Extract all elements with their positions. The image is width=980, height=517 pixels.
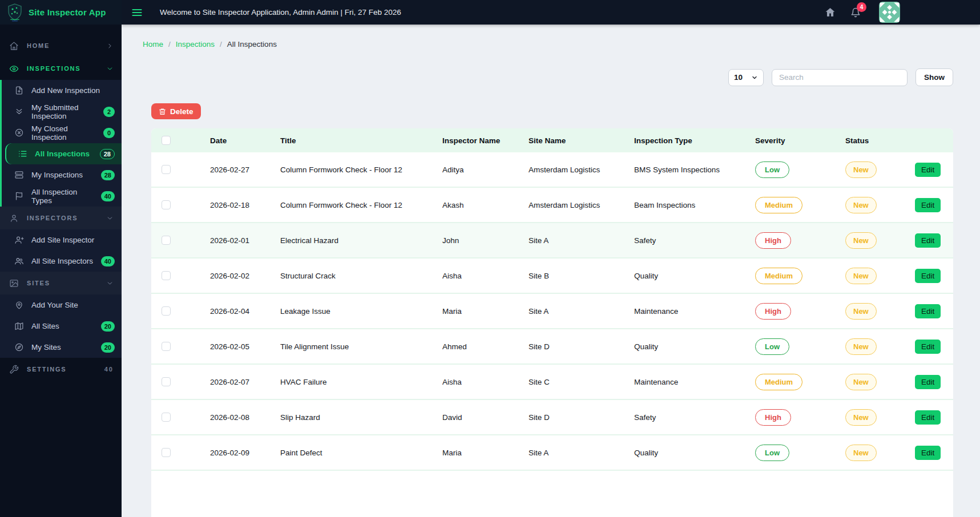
sidebar-group: Add New InspectionMy Submitted Inspectio… xyxy=(0,80,122,207)
cell-date: 2026-02-01 xyxy=(210,236,280,245)
cell-inspector-name: Akash xyxy=(442,201,529,209)
file-plus-icon xyxy=(14,86,24,95)
column-header-inspector: Inspector Name xyxy=(442,136,529,145)
status-badge: New xyxy=(845,409,877,426)
chevron-down-icon xyxy=(106,280,114,287)
sidebar-section-count: 40 xyxy=(104,366,114,373)
bell-icon[interactable]: 4 xyxy=(850,7,861,18)
row-checkbox[interactable] xyxy=(162,271,171,280)
cell-date: 2026-02-09 xyxy=(210,449,280,457)
edit-button[interactable]: Edit xyxy=(915,446,941,460)
status-badge: New xyxy=(845,445,877,461)
sidebar-section-label: SETTINGS xyxy=(27,366,96,373)
severity-badge: Low xyxy=(755,338,789,355)
edit-button[interactable]: Edit xyxy=(915,163,941,177)
flag-icon xyxy=(14,191,24,201)
breadcrumb-inspections[interactable]: Inspections xyxy=(176,40,215,49)
sidebar-item-all-inspections[interactable]: All Inspections28 xyxy=(5,143,122,164)
edit-button[interactable]: Edit xyxy=(915,198,941,212)
sidebar-section-sites[interactable]: SITES xyxy=(0,272,122,294)
edit-button[interactable]: Edit xyxy=(915,340,941,354)
sidebar-item-badge: 40 xyxy=(101,191,115,201)
sidebar-item-label: My Closed Inspection xyxy=(31,124,96,142)
sidebar-item-label: My Inspections xyxy=(31,171,94,179)
table-controls: 10 Show xyxy=(728,68,953,86)
status-badge: New xyxy=(845,268,877,284)
row-checkbox[interactable] xyxy=(162,448,171,457)
status-badge: New xyxy=(845,161,877,178)
chevron-down-icon xyxy=(106,215,114,222)
row-checkbox[interactable] xyxy=(162,377,171,386)
wrench-icon xyxy=(9,365,19,374)
cell-title: Leakage Issue xyxy=(280,307,442,316)
severity-badge: Medium xyxy=(755,374,802,390)
edit-button[interactable]: Edit xyxy=(915,304,941,318)
show-button[interactable]: Show xyxy=(916,68,953,86)
row-checkbox[interactable] xyxy=(162,165,171,174)
cell-site-name: Site A xyxy=(529,307,634,316)
row-checkbox[interactable] xyxy=(162,200,171,209)
sidebar-item-badge: 28 xyxy=(101,170,115,180)
sidebar-item-add-new-inspection[interactable]: Add New Inspection xyxy=(2,80,122,101)
map-icon xyxy=(14,321,24,331)
table-row: 2026-02-04Leakage IssueMariaSite AMainte… xyxy=(151,294,953,329)
users-icon xyxy=(14,256,24,266)
row-checkbox[interactable] xyxy=(162,236,171,245)
cell-inspection-type: Quality xyxy=(634,342,755,351)
sidebar-item-my-sites[interactable]: My Sites20 xyxy=(0,337,122,358)
page-size-value: 10 xyxy=(734,73,743,82)
sidebar-item-my-closed-inspection[interactable]: My Closed Inspection0 xyxy=(2,122,122,143)
sidebar-section-label: INSPECTORS xyxy=(27,215,98,221)
cell-inspector-name: Aditya xyxy=(442,165,529,174)
search-input[interactable] xyxy=(772,69,908,86)
page-size-select[interactable]: 10 xyxy=(728,69,764,86)
menu-icon[interactable] xyxy=(131,7,143,18)
sidebar-item-all-site-inspectors[interactable]: All Site Inspectors40 xyxy=(0,251,122,272)
user-plus-icon xyxy=(14,235,24,245)
row-checkbox[interactable] xyxy=(162,306,171,316)
sidebar-group: Add Your SiteAll Sites20My Sites20 xyxy=(0,294,122,358)
table-row: 2026-02-05Tile Alignment IssueAhmedSite … xyxy=(151,329,953,365)
sidebar-item-my-inspections[interactable]: My Inspections28 xyxy=(2,164,122,185)
sidebar-section-inspectors[interactable]: INSPECTORS xyxy=(0,207,122,229)
edit-button[interactable]: Edit xyxy=(915,233,941,248)
cell-inspection-type: Safety xyxy=(634,413,755,422)
cell-inspection-type: Maintenance xyxy=(634,307,755,316)
edit-button[interactable]: Edit xyxy=(915,375,941,389)
sidebar-item-all-sites[interactable]: All Sites20 xyxy=(0,316,122,337)
cell-inspection-type: BMS System Inspections xyxy=(634,165,755,174)
sidebar-section-label: INSPECTIONS xyxy=(27,65,98,72)
cell-site-name: Site C xyxy=(529,378,634,386)
row-checkbox[interactable] xyxy=(162,413,171,422)
sidebar-item-all-inspection-types[interactable]: All Inspection Types40 xyxy=(2,185,122,207)
sidebar-item-my-submitted-inspection[interactable]: My Submitted Inspection2 xyxy=(2,101,122,122)
cell-date: 2026-02-04 xyxy=(210,307,280,316)
delete-button[interactable]: Delete xyxy=(151,103,201,119)
sidebar-section-settings[interactable]: SETTINGS40 xyxy=(0,358,122,381)
breadcrumb-home[interactable]: Home xyxy=(143,40,163,49)
status-badge: New xyxy=(845,303,877,320)
row-checkbox[interactable] xyxy=(162,342,171,351)
table-row: 2026-02-07HVAC FailureAishaSite CMainten… xyxy=(151,365,953,400)
home-icon[interactable] xyxy=(825,7,836,18)
severity-badge: Low xyxy=(755,161,789,178)
edit-button[interactable]: Edit xyxy=(915,410,941,425)
user-avatar[interactable] xyxy=(879,2,900,23)
edit-button[interactable]: Edit xyxy=(915,269,941,283)
severity-badge: High xyxy=(755,303,791,320)
status-badge: New xyxy=(845,374,877,390)
select-all-checkbox[interactable] xyxy=(162,136,171,145)
sidebar-item-label: All Inspection Types xyxy=(31,188,94,205)
column-header-date: Date xyxy=(210,136,280,145)
cell-site-name: Site A xyxy=(529,236,634,245)
sidebar-section-inspections[interactable]: INSPECTIONS xyxy=(0,57,122,80)
sidebar-item-add-site-inspector[interactable]: Add Site Inspector xyxy=(0,229,122,251)
column-header-type: Inspection Type xyxy=(634,136,755,145)
sidebar-item-label: My Submitted Inspection xyxy=(31,103,96,120)
cell-date: 2026-02-07 xyxy=(210,378,280,386)
sidebar-section-home[interactable]: HOME xyxy=(0,34,122,57)
sidebar-item-add-your-site[interactable]: Add Your Site xyxy=(0,294,122,316)
sidebar-item-label: All Inspections xyxy=(35,150,92,158)
topbar: Welcome to Site Inspector Application, A… xyxy=(122,0,980,25)
home-icon xyxy=(9,41,19,51)
